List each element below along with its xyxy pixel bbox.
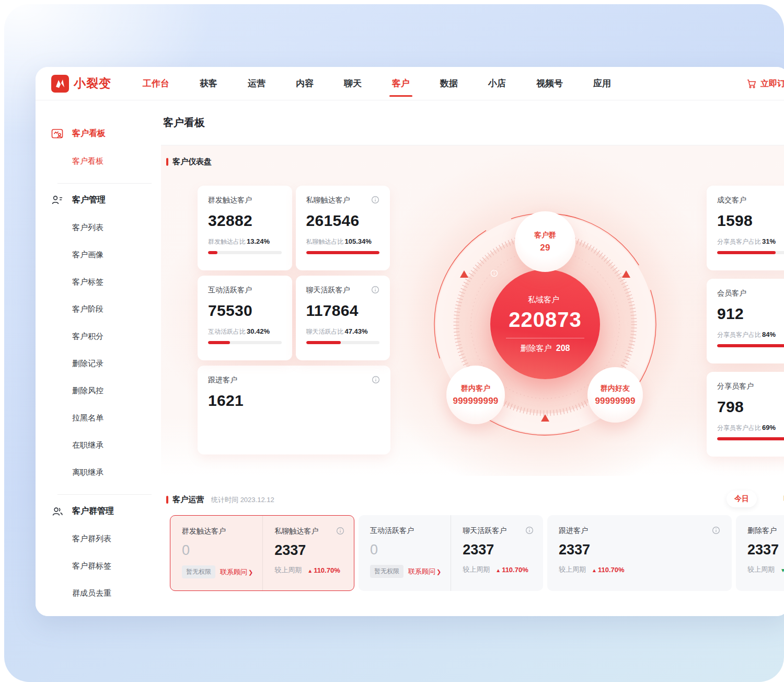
bubble-value: 999999999 <box>453 396 499 406</box>
nav-item-apps[interactable]: 应用 <box>593 67 611 100</box>
op-half-chat-active: 聊天活跃客户 2337 较上周期 ▲110.70% <box>451 515 543 591</box>
filter-yesterday[interactable]: 昨日 <box>776 491 784 507</box>
stat-card-chat-active: 聊天活跃客户 117864 聊天活跃占比47.43% <box>296 276 390 360</box>
trend-value: 110.70% <box>314 566 340 574</box>
stat-sub-value: 69% <box>762 424 776 431</box>
stat-sub-value: 105.34% <box>345 237 372 245</box>
stat-sub-label: 私聊触达占比 <box>306 238 344 245</box>
customer-operation-section: 客户运营 统计时间 2023.12.12 今日 昨日 群发触达客户 0 暂无权限 <box>161 476 784 591</box>
sidebar-item-delete-records[interactable]: 删除记录 <box>51 350 161 377</box>
bubble-label: 群内客户 <box>461 384 490 393</box>
stat-card-member-customers: 会员客户 912 分享员客户占比84% <box>707 279 784 363</box>
stat-value: 912 <box>717 305 784 323</box>
sidebar-item-customer-points[interactable]: 客户积分 <box>51 323 161 350</box>
sidebar-group-label: 客户群管理 <box>72 506 114 517</box>
op-title: 聊天活跃客户 <box>463 526 506 536</box>
info-icon[interactable] <box>336 527 344 535</box>
date-filter-group: 今日 昨日 <box>727 491 784 507</box>
app-window: 小裂变 工作台 获客 运营 内容 聊天 客户 数据 小店 视频号 应用 立即订购 <box>36 67 784 616</box>
dashboard-section-header: 客户仪表盘 <box>166 157 212 167</box>
sidebar-item-group-tags[interactable]: 客户群标签 <box>51 552 161 579</box>
stat-value: 1621 <box>208 392 380 410</box>
nav-item-operation[interactable]: 运营 <box>248 67 266 100</box>
stat-card-deal-customers: 成交客户 1598 分享员客户占比31% <box>707 186 784 270</box>
brand-logo[interactable]: 小裂变 <box>51 75 111 93</box>
stat-title: 私聊触达客户 <box>306 196 350 205</box>
stat-card-interactive-active: 互动活跃客户 75530 互动活跃占比30.42% <box>198 276 292 360</box>
trend-value: 110.70% <box>502 566 528 574</box>
subscribe-label: 立即订购 <box>760 78 784 89</box>
op-card-followup: 跟进客户 2337 较上周期 ▲110.70% <box>547 515 732 591</box>
nav-item-workbench[interactable]: 工作台 <box>143 67 169 100</box>
no-permission-badge: 暂无权限 <box>370 565 403 578</box>
filter-today[interactable]: 今日 <box>727 491 757 507</box>
sidebar-item-onjob-transfer[interactable]: 在职继承 <box>51 431 161 459</box>
sidebar-item-group-dedupe[interactable]: 群成员去重 <box>51 579 161 607</box>
info-icon[interactable] <box>712 526 720 535</box>
progress-track <box>306 251 380 254</box>
trend-up-icon: ▲ <box>495 567 501 573</box>
stat-title: 分享员客户 <box>717 382 754 391</box>
stat-sub-label: 分享员客户占比 <box>717 331 761 338</box>
contact-advisor-link[interactable]: 联系顾问❯ <box>220 567 253 577</box>
sidebar-item-customer-profile[interactable]: 客户画像 <box>51 241 161 268</box>
section-marker <box>166 158 168 166</box>
trend-label: 较上周期 <box>747 565 775 574</box>
nav-item-acquisition[interactable]: 获客 <box>200 67 217 100</box>
sidebar-item-blacklist[interactable]: 拉黑名单 <box>51 404 161 431</box>
info-icon[interactable] <box>525 526 534 535</box>
trend-down-icon: ▼ <box>780 567 784 573</box>
stat-value: 75530 <box>208 302 282 320</box>
customer-gauge: 私域客户 220873 删除客户 208 客户群 29 <box>420 199 671 450</box>
stat-title: 会员客户 <box>717 289 746 298</box>
nav-item-video[interactable]: 视频号 <box>536 67 563 100</box>
sidebar-item-customer-tags[interactable]: 客户标签 <box>51 268 161 295</box>
nav-item-data[interactable]: 数据 <box>440 67 458 100</box>
nav-item-shop[interactable]: 小店 <box>488 67 506 100</box>
stat-sub-value: 47.43% <box>345 327 368 335</box>
stat-sub-label: 分享员客户占比 <box>717 238 761 245</box>
info-icon[interactable] <box>371 286 379 294</box>
page-header: 客户看板 <box>161 100 784 145</box>
sidebar: 客户看板 客户看板 客户管理 客户列表 客户画像 客户标签 客户阶段 客户积分 … <box>36 100 161 616</box>
sidebar-group-customer-mgmt[interactable]: 客户管理 <box>51 193 161 207</box>
nav-item-customer[interactable]: 客户 <box>392 67 410 100</box>
sidebar-group-dashboard[interactable]: 客户看板 <box>51 127 161 140</box>
nav-item-chat[interactable]: 聊天 <box>344 67 362 100</box>
sidebar-item-group-list[interactable]: 客户群列表 <box>51 525 161 552</box>
stat-title: 互动活跃客户 <box>208 286 252 295</box>
gauge-sub-value: 208 <box>556 344 570 353</box>
progress-fill <box>717 437 784 440</box>
stat-value: 1598 <box>717 212 784 230</box>
top-nav: 小裂变 工作台 获客 运营 内容 聊天 客户 数据 小店 视频号 应用 立即订购 <box>36 67 784 100</box>
nav-item-content[interactable]: 内容 <box>296 67 314 100</box>
sidebar-item-customer-dashboard[interactable]: 客户看板 <box>51 147 161 175</box>
op-value: 2337 <box>559 542 720 558</box>
sidebar-item-resign-transfer[interactable]: 离职继承 <box>51 459 161 486</box>
stat-sub-value: 84% <box>762 331 776 338</box>
dashboard-icon <box>51 128 63 140</box>
dashboard-right-cards: 成交客户 1598 分享员客户占比31% 会员客户 912 分享员客户占比84%… <box>707 186 784 465</box>
info-icon[interactable] <box>372 376 380 384</box>
subscribe-button[interactable]: 立即订购 <box>746 67 784 100</box>
stat-card-group-reach: 群发触达客户 32882 群发触达占比13.24% <box>198 186 292 270</box>
progress-track <box>208 251 282 254</box>
sidebar-item-customer-list[interactable]: 客户列表 <box>51 214 161 241</box>
contact-advisor-link[interactable]: 联系顾问❯ <box>408 567 441 576</box>
stat-value: 32882 <box>208 212 282 230</box>
trend-up-icon: ▲ <box>592 567 597 573</box>
no-permission-badge: 暂无权限 <box>182 565 215 578</box>
cart-icon <box>746 78 757 89</box>
info-icon[interactable] <box>371 196 379 204</box>
sidebar-group-group-mgmt[interactable]: 客户群管理 <box>51 504 161 518</box>
progress-fill <box>717 344 784 347</box>
sidebar-item-customer-stage[interactable]: 客户阶段 <box>51 295 161 323</box>
stat-sub-label: 分享员客户占比 <box>717 424 761 431</box>
gauge-sub-label: 删除客户 <box>521 344 552 353</box>
op-half-private-reach: 私聊触达客户 2337 较上周期 ▲110.70% <box>262 516 354 590</box>
sidebar-item-delete-risk[interactable]: 删除风控 <box>51 377 161 404</box>
operation-section-header: 客户运营 统计时间 2023.12.12 <box>166 495 784 505</box>
chevron-right-icon: ❯ <box>248 569 253 575</box>
chevron-right-icon: ❯ <box>436 569 441 575</box>
bubble-label: 群内好友 <box>601 384 630 393</box>
